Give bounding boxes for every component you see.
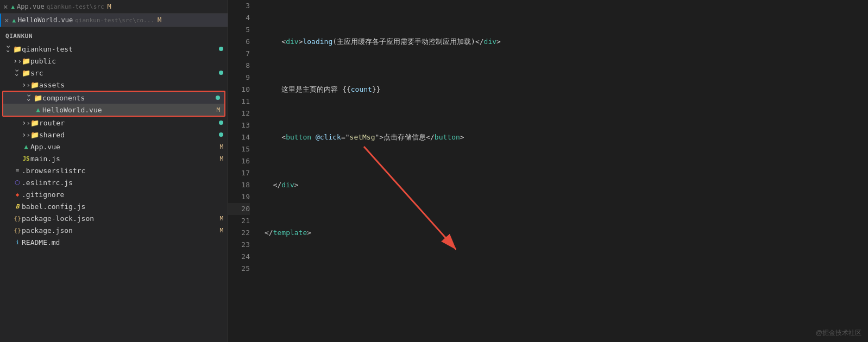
sidebar-item-helloworld[interactable]: ▲ HelloWorld.vue M xyxy=(3,104,224,116)
folder-icon-shared: 📁 xyxy=(30,131,39,139)
sidebar-tab-helloworldvue-path: qiankun-test\src\co... xyxy=(75,17,154,24)
sidebar-item-label-public: public xyxy=(30,57,223,65)
sidebar-item-label-gitignore: .gitignore xyxy=(22,191,223,199)
status-dot-green xyxy=(219,47,223,51)
sidebar-item-packagejson[interactable]: {} package.json M xyxy=(0,224,228,236)
sidebar-item-badge-packagejson: M xyxy=(219,227,223,234)
folder-icon: 📁 xyxy=(13,45,22,53)
vue-file-icon2: ▲ xyxy=(12,17,16,24)
chevron-down-icon: › xyxy=(4,45,13,53)
sidebar-item-shared[interactable]: › 📁 shared xyxy=(0,129,228,141)
json-icon-pkg: {} xyxy=(13,227,22,234)
components-red-box: › 📁 components ▲ HelloWorld.vue M xyxy=(2,91,225,117)
watermark: @掘金技术社区 xyxy=(816,328,861,338)
code-line-8 xyxy=(265,275,868,287)
sidebar-item-label-packagelockjson: package-lock.json xyxy=(22,214,217,223)
code-line-6: </div> xyxy=(265,179,868,191)
sidebar-item-label-appvue: App.vue xyxy=(30,143,217,151)
sidebar-item-badge-appvue: M xyxy=(219,143,223,150)
sidebar-item-public[interactable]: › 📁 public xyxy=(0,55,228,67)
chevron-down-icon-src: › xyxy=(13,68,22,77)
line-numbers: 3 4 5 6 7 8 9 10 11 12 13 14 15 16 17 18… xyxy=(228,0,254,323)
chevron-down-icon-components: › xyxy=(25,93,34,102)
sidebar-item-label-router: router xyxy=(39,119,217,127)
sidebar-tab-appvue-label[interactable]: App.vue xyxy=(17,3,45,10)
sidebar-item-label: qiankun-test xyxy=(22,45,217,53)
chevron-right-icon-assets: › xyxy=(22,80,30,89)
folder-icon-public: 📁 xyxy=(22,57,30,65)
status-dot-src xyxy=(219,71,223,75)
sidebar-item-label-mainjs: main.js xyxy=(30,155,217,163)
list-icon: ≡ xyxy=(13,167,22,174)
status-dot-shared xyxy=(219,132,223,137)
sidebar-item-label-readme: README.md xyxy=(22,238,223,246)
sidebar-item-label-components: components xyxy=(42,94,213,102)
sidebar-item-mainjs[interactable]: JS main.js M xyxy=(0,153,228,164)
git-icon: ◆ xyxy=(13,191,22,198)
sidebar-tab-appvue-path: qiankun-test\src xyxy=(47,3,104,10)
sidebar-item-assets[interactable]: › 📁 assets xyxy=(0,79,228,91)
code-line-9: <script> xyxy=(265,322,868,323)
code-line-5: <button @click="setMsg">点击存储信息</button> xyxy=(265,131,868,143)
sidebar-item-label-babelconfig: babel.config.js xyxy=(22,202,223,211)
chevron-right-icon-shared: › xyxy=(22,130,30,139)
sidebar-tab-helloworldvue-badge: M xyxy=(158,16,161,24)
sidebar-item-readme[interactable]: ℹ README.md xyxy=(0,236,228,248)
sidebar-item-browserslistrc[interactable]: ≡ .browserslistrc xyxy=(0,164,228,176)
sidebar-item-badge-helloworld: M xyxy=(216,106,220,113)
sidebar-item-badge-packagelockjson: M xyxy=(219,215,223,222)
sidebar-item-gitignore[interactable]: ◆ .gitignore xyxy=(0,188,228,200)
json-icon-pkglock: {} xyxy=(13,215,22,222)
sidebar-item-label-assets: assets xyxy=(39,81,223,89)
sidebar-tab-helloworldvue-label[interactable]: HelloWorld.vue xyxy=(18,16,73,24)
chevron-right-icon: › xyxy=(13,56,22,65)
sidebar-item-label-helloworld: HelloWorld.vue xyxy=(42,106,214,114)
vue-icon-helloworld: ▲ xyxy=(34,106,42,113)
code-line-4: 这里是主页的内容 {{count}} xyxy=(265,84,868,96)
folder-icon-components: 📁 xyxy=(34,94,42,102)
sidebar-item-eslintrc[interactable]: ⬡ .eslintrc.js xyxy=(0,176,228,188)
sidebar-tab-appvue-badge: M xyxy=(108,3,111,10)
status-dot-router xyxy=(219,121,223,125)
sidebar-item-packagelockjson[interactable]: {} package-lock.json M xyxy=(0,212,228,224)
folder-icon-src: 📁 xyxy=(22,69,30,77)
sidebar: ✕ ▲ App.vue qiankun-test\src M ✕ ▲ Hello… xyxy=(0,0,228,342)
sidebar-item-label-src: src xyxy=(30,69,217,77)
js-icon-mainjs: JS xyxy=(22,155,30,162)
sidebar-item-label-browserslistrc: .browserslistrc xyxy=(22,167,223,175)
sidebar-item-label-packagejson: package.json xyxy=(22,226,217,235)
close-icon[interactable]: ✕ xyxy=(3,2,8,11)
close-icon2[interactable]: ✕ xyxy=(4,16,9,24)
code-line-3: <div>loading(主应用缓存各子应用需要手动控制应用加载)</div> xyxy=(265,36,868,48)
vue-icon-appvue: ▲ xyxy=(22,143,30,150)
folder-icon-assets: 📁 xyxy=(30,81,39,89)
sidebar-item-babelconfig[interactable]: B babel.config.js xyxy=(0,200,228,212)
sidebar-item-badge-mainjs: M xyxy=(219,155,223,162)
sidebar-item-components[interactable]: › 📁 components xyxy=(3,92,224,104)
sidebar-item-label-shared: shared xyxy=(39,131,217,139)
sidebar-header: QIANKUN xyxy=(0,29,228,43)
chevron-right-icon-router: › xyxy=(22,118,30,127)
babel-icon: B xyxy=(13,203,22,210)
status-dot-components xyxy=(216,96,220,100)
sidebar-item-appvue[interactable]: ▲ App.vue M xyxy=(0,141,228,153)
code-line-7: </template> xyxy=(265,227,868,239)
sidebar-item-label-eslintrc: .eslintrc.js xyxy=(22,179,223,187)
sidebar-item-qiankun-test[interactable]: › 📁 qiankun-test xyxy=(0,43,228,55)
code-content[interactable]: <div>loading(主应用缓存各子应用需要手动控制应用加载)</div> … xyxy=(256,0,868,323)
editor-pane: 3 4 5 6 7 8 9 10 11 12 13 14 15 16 17 18… xyxy=(228,0,868,342)
vue-file-icon: ▲ xyxy=(11,3,15,10)
eslint-icon: ⬡ xyxy=(13,179,22,186)
sidebar-item-src[interactable]: › 📁 src xyxy=(0,67,228,79)
sidebar-item-router[interactable]: › 📁 router xyxy=(0,117,228,129)
md-icon: ℹ xyxy=(13,239,22,246)
folder-icon-router: 📁 xyxy=(30,119,39,127)
